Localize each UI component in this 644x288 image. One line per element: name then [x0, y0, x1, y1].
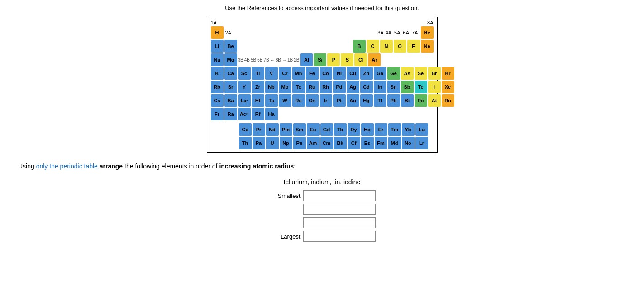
element-Tc: Tc: [292, 81, 305, 93]
element-Sr: Sr: [224, 81, 237, 93]
smallest-row: Smallest: [269, 190, 376, 201]
element-Np: Np: [280, 137, 292, 149]
element-Rb: Rb: [211, 81, 224, 93]
middle2-row: [269, 217, 376, 228]
element-Pt: Pt: [333, 94, 346, 107]
element-Rf: Rf: [252, 108, 264, 120]
element-P: P: [327, 53, 340, 66]
group-header: 1A 8A: [211, 20, 434, 25]
element-Si: Si: [314, 53, 326, 66]
element-Li: Li: [211, 40, 224, 53]
element-Fm: Fm: [375, 137, 387, 149]
element-W: W: [279, 94, 291, 107]
element-Ag: Ag: [347, 81, 359, 93]
element-Es: Es: [361, 137, 374, 149]
element-No: No: [402, 137, 415, 149]
element-Lu: Lu: [415, 123, 428, 136]
element-Bi: Bi: [401, 94, 414, 107]
element-Ir: Ir: [320, 94, 332, 107]
element-Tb: Tb: [334, 123, 347, 136]
element-Md: Md: [388, 137, 401, 149]
actinide-row: Th Pa U Np Pu Am Cm Bk Cf Es Fm Md No Lr: [239, 137, 434, 149]
smallest-input[interactable]: [303, 190, 376, 201]
element-Cu: Cu: [347, 67, 359, 80]
element-Cd: Cd: [360, 81, 373, 93]
element-Te: Te: [415, 81, 427, 93]
element-Pu: Pu: [293, 137, 306, 149]
element-Lr: Lr: [415, 137, 428, 149]
question-section: Using only the periodic table arrange th…: [9, 162, 635, 242]
element-Ac: Ac**: [238, 108, 251, 120]
elements-listed: tellurium, indium, tin, iodine: [284, 178, 361, 186]
element-Ho: Ho: [361, 123, 374, 136]
element-Cr: Cr: [279, 67, 291, 80]
element-S: S: [341, 53, 353, 66]
element-Ta: Ta: [265, 94, 278, 107]
element-Al: Al: [300, 53, 313, 66]
element-Sb: Sb: [401, 81, 414, 93]
element-Rn: Rn: [442, 94, 454, 107]
element-Co: Co: [320, 67, 332, 80]
element-He: He: [421, 26, 434, 39]
element-At: At: [428, 94, 441, 107]
largest-label: Largest: [269, 233, 301, 240]
element-Ni: Ni: [333, 67, 346, 80]
element-Cl: Cl: [354, 53, 367, 66]
middle1-input[interactable]: [303, 204, 376, 215]
element-Re: Re: [292, 94, 305, 107]
element-Cm: Cm: [320, 137, 333, 149]
element-Gd: Gd: [320, 123, 333, 136]
element-K: K: [211, 67, 224, 80]
element-Tm: Tm: [388, 123, 401, 136]
element-Sc: Sc: [238, 67, 251, 80]
element-Fe: Fe: [306, 67, 319, 80]
element-H: H: [211, 26, 224, 39]
element-Sm: Sm: [293, 123, 306, 136]
element-Ba: Ba: [224, 94, 237, 107]
element-Se: Se: [415, 67, 427, 80]
middle2-input[interactable]: [303, 217, 376, 228]
element-U: U: [266, 137, 279, 149]
element-Fr: Fr: [211, 108, 224, 120]
pt-row-7: Fr Ra Ac** Rf Ha: [211, 108, 434, 120]
element-Yb: Yb: [402, 123, 415, 136]
middle1-row: [269, 204, 376, 215]
element-Sn: Sn: [387, 81, 400, 93]
element-Pr: Pr: [253, 123, 265, 136]
element-Xe: Xe: [442, 81, 454, 93]
element-Pm: Pm: [280, 123, 292, 136]
element-In: In: [374, 81, 386, 93]
element-La: La*: [238, 94, 251, 107]
ordering-section: Smallest Largest: [269, 190, 376, 242]
element-Eu: Eu: [307, 123, 320, 136]
element-Br: Br: [428, 67, 441, 80]
pt-row-2: Li Be B C N O F Ne: [211, 40, 434, 53]
ordering-container: tellurium, indium, tin, iodine Smallest …: [18, 178, 626, 242]
element-Hg: Hg: [360, 94, 373, 107]
element-Ar: Ar: [368, 53, 381, 66]
element-I: I: [428, 81, 441, 93]
element-Mn: Mn: [292, 67, 305, 80]
element-Ge: Ge: [387, 67, 400, 80]
element-Ha: Ha: [265, 108, 278, 120]
element-Pa: Pa: [253, 137, 265, 149]
element-Ti: Ti: [252, 67, 264, 80]
smallest-label: Smallest: [269, 192, 301, 199]
lanthanide-row: Ce Pr Nd Pm Sm Eu Gd Tb Dy Ho Er Tm Yb L…: [239, 123, 434, 136]
element-Dy: Dy: [348, 123, 360, 136]
pt-row-3: Na Mg 3B 4B 5B 6B 7B ← 8B → 1B 2B Al Si …: [211, 53, 434, 66]
periodic-table-container: 1A 8A H 2A 3A 4A 5A 6A 7A He Li Be B C N…: [9, 17, 635, 153]
element-Ca: Ca: [224, 67, 237, 80]
largest-input[interactable]: [303, 231, 376, 242]
element-Nd: Nd: [266, 123, 279, 136]
element-Am: Am: [307, 137, 320, 149]
element-Hf: Hf: [252, 94, 264, 107]
pt-row-1: H 2A 3A 4A 5A 6A 7A He: [211, 26, 434, 39]
element-Au: Au: [347, 94, 359, 107]
element-Kr: Kr: [442, 67, 454, 80]
element-Pd: Pd: [333, 81, 346, 93]
pt-row-6: Cs Ba La* Hf Ta W Re Os Ir Pt Au Hg Tl P…: [211, 94, 434, 107]
element-As: As: [401, 67, 414, 80]
element-Cs: Cs: [211, 94, 224, 107]
largest-row: Largest: [269, 231, 376, 242]
